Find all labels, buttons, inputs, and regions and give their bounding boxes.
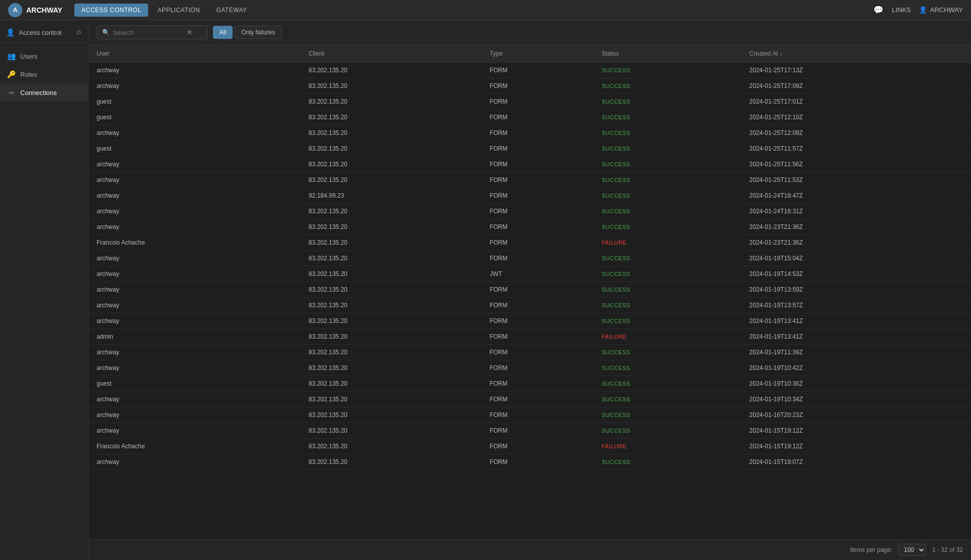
cell-client: 83.202.135.20 xyxy=(300,235,481,251)
cell-created-at: 2024-01-19T11:39Z xyxy=(741,345,971,360)
table-row[interactable]: archway 83.202.135.20 FORM SUCCESS 2024-… xyxy=(89,63,971,78)
cell-user: archway xyxy=(89,407,300,423)
cell-user: archway xyxy=(89,313,300,329)
table-row[interactable]: guest 83.202.135.20 FORM SUCCESS 2024-01… xyxy=(89,376,971,392)
table-row[interactable]: archway 83.202.135.20 FORM SUCCESS 2024-… xyxy=(89,172,971,188)
cell-status: SUCCESS xyxy=(594,360,741,376)
col-created-at[interactable]: Created At ↓ xyxy=(741,45,971,63)
cell-type: FORM xyxy=(481,376,594,392)
cell-client: 83.202.135.20 xyxy=(300,407,481,423)
cell-client: 83.202.135.20 xyxy=(300,313,481,329)
table-row[interactable]: admin 83.202.135.20 FORM FAILURE 2024-01… xyxy=(89,329,971,345)
search-input[interactable] xyxy=(113,29,184,36)
user-menu-button[interactable]: 👤 ARCHWAY xyxy=(919,6,963,14)
table-row[interactable]: archway 83.202.135.20 FORM SUCCESS 2024-… xyxy=(89,125,971,141)
table-row[interactable]: archway 83.202.135.20 FORM SUCCESS 2024-… xyxy=(89,313,971,329)
cell-client: 83.202.135.20 xyxy=(300,298,481,313)
messages-icon[interactable]: 💬 xyxy=(873,5,884,15)
table-row[interactable]: archway 83.202.135.20 FORM SUCCESS 2024-… xyxy=(89,219,971,235)
sidebar-item-connections[interactable]: ⇒ Connections xyxy=(0,83,88,102)
cell-type: FORM xyxy=(481,439,594,454)
table-row[interactable]: archway 83.202.135.20 FORM SUCCESS 2024-… xyxy=(89,298,971,313)
table-row[interactable]: archway 83.202.135.20 JWT SUCCESS 2024-0… xyxy=(89,266,971,282)
cell-client: 83.202.135.20 xyxy=(300,251,481,266)
users-icon: 👥 xyxy=(7,52,15,60)
table-row[interactable]: archway 83.202.135.20 FORM SUCCESS 2024-… xyxy=(89,360,971,376)
cell-user: archway xyxy=(89,392,300,407)
cell-type: FORM xyxy=(481,313,594,329)
cell-type: FORM xyxy=(481,251,594,266)
cell-type: FORM xyxy=(481,110,594,125)
nav-items: ACCESS CONTROL APPLICATION GATEWAY xyxy=(74,4,873,17)
main-layout: 👤 Access control ⚙ 👥 Users 🔑 Roles ⇒ Con… xyxy=(0,20,971,560)
cell-client: 83.202.135.20 xyxy=(300,376,481,392)
table-row[interactable]: guest 83.202.135.20 FORM SUCCESS 2024-01… xyxy=(89,141,971,157)
filter-all-button[interactable]: All xyxy=(213,26,233,39)
cell-type: FORM xyxy=(481,219,594,235)
table-row[interactable]: Francois Achache 83.202.135.20 FORM FAIL… xyxy=(89,439,971,454)
cell-created-at: 2024-01-19T10:34Z xyxy=(741,392,971,407)
cell-client: 83.202.135.20 xyxy=(300,423,481,439)
cell-client: 83.202.135.20 xyxy=(300,141,481,157)
cell-status: SUCCESS xyxy=(594,345,741,360)
cell-user: archway xyxy=(89,204,300,219)
table-footer: Items per page: 100 1 - 32 of 32 xyxy=(89,539,971,560)
cell-user: archway xyxy=(89,454,300,470)
cell-type: FORM xyxy=(481,423,594,439)
cell-created-at: 2024-01-19T15:04Z xyxy=(741,251,971,266)
search-clear-button[interactable]: ✕ xyxy=(187,28,193,36)
cell-type: FORM xyxy=(481,125,594,141)
table-row[interactable]: archway 83.202.135.20 FORM SUCCESS 2024-… xyxy=(89,282,971,298)
connections-icon: ⇒ xyxy=(7,88,15,97)
table-row[interactable]: archway 83.202.135.20 FORM SUCCESS 2024-… xyxy=(89,204,971,219)
cell-type: FORM xyxy=(481,172,594,188)
cell-type: FORM xyxy=(481,329,594,345)
table-row[interactable]: archway 83.202.135.20 FORM SUCCESS 2024-… xyxy=(89,345,971,360)
cell-status: SUCCESS xyxy=(594,78,741,94)
cell-user: archway xyxy=(89,63,300,78)
col-status: Status xyxy=(594,45,741,63)
nav-application[interactable]: APPLICATION xyxy=(150,4,207,17)
table-row[interactable]: archway 83.202.135.20 FORM SUCCESS 2024-… xyxy=(89,78,971,94)
table-row[interactable]: guest 83.202.135.20 FORM SUCCESS 2024-01… xyxy=(89,110,971,125)
cell-user: guest xyxy=(89,110,300,125)
cell-client: 83.202.135.20 xyxy=(300,94,481,110)
cell-status: FAILURE xyxy=(594,439,741,454)
table-row[interactable]: archway 83.202.135.20 FORM SUCCESS 2024-… xyxy=(89,454,971,470)
filter-failures-button[interactable]: Only failures xyxy=(235,26,282,39)
cell-created-at: 2024-01-19T14:53Z xyxy=(741,266,971,282)
cell-status: FAILURE xyxy=(594,235,741,251)
table-row[interactable]: archway 83.202.135.20 FORM SUCCESS 2024-… xyxy=(89,392,971,407)
cell-status: SUCCESS xyxy=(594,94,741,110)
table-row[interactable]: guest 83.202.135.20 FORM SUCCESS 2024-01… xyxy=(89,94,971,110)
sidebar-item-roles[interactable]: 🔑 Roles xyxy=(0,65,88,83)
links-button[interactable]: LINKS xyxy=(892,6,911,14)
cell-user: guest xyxy=(89,94,300,110)
cell-status: SUCCESS xyxy=(594,172,741,188)
roles-icon: 🔑 xyxy=(7,70,15,78)
per-page-select[interactable]: 100 xyxy=(898,544,926,556)
nav-gateway[interactable]: GATEWAY xyxy=(209,4,254,17)
user-icon: 👤 xyxy=(919,6,927,14)
cell-client: 83.202.135.20 xyxy=(300,110,481,125)
sidebar-settings-icon[interactable]: ⚙ xyxy=(76,29,82,36)
cell-client: 83.202.135.20 xyxy=(300,360,481,376)
content-area: 🔍 ✕ All Only failures User Client Type S… xyxy=(89,20,971,560)
cell-user: archway xyxy=(89,298,300,313)
filter-buttons: All Only failures xyxy=(213,26,282,39)
table-row[interactable]: archway 83.202.135.20 FORM SUCCESS 2024-… xyxy=(89,423,971,439)
table-row[interactable]: Francois Achache 83.202.135.20 FORM FAIL… xyxy=(89,235,971,251)
nav-access-control[interactable]: ACCESS CONTROL xyxy=(74,4,148,17)
cell-user: archway xyxy=(89,78,300,94)
cell-created-at: 2024-01-25T11:56Z xyxy=(741,157,971,172)
table-row[interactable]: archway 92.184.99.23 FORM SUCCESS 2024-0… xyxy=(89,188,971,204)
cell-created-at: 2024-01-25T17:09Z xyxy=(741,78,971,94)
cell-client: 83.202.135.20 xyxy=(300,392,481,407)
cell-type: FORM xyxy=(481,157,594,172)
app-logo[interactable]: A ARCHWAY xyxy=(8,3,62,17)
sidebar-item-users[interactable]: 👥 Users xyxy=(0,47,88,65)
table-row[interactable]: archway 83.202.135.20 FORM SUCCESS 2024-… xyxy=(89,157,971,172)
table-row[interactable]: archway 83.202.135.20 FORM SUCCESS 2024-… xyxy=(89,407,971,423)
table-row[interactable]: archway 83.202.135.20 FORM SUCCESS 2024-… xyxy=(89,251,971,266)
cell-created-at: 2024-01-25T12:09Z xyxy=(741,125,971,141)
